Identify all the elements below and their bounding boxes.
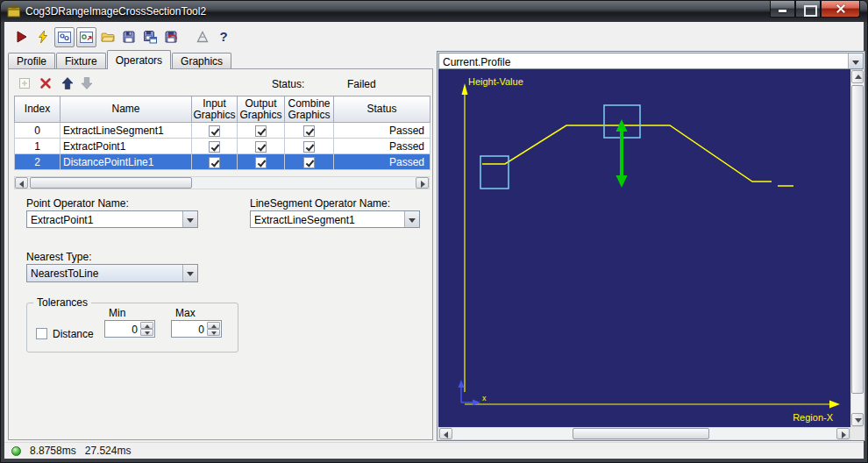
record-selector-combobox[interactable]: Current.Profile <box>438 53 864 69</box>
input-graphics-checkbox[interactable] <box>209 141 220 153</box>
combine-graphics-checkbox[interactable] <box>303 125 315 137</box>
import-image-button[interactable] <box>160 26 181 47</box>
show-last-run-image-button[interactable] <box>76 27 96 47</box>
column-header-status[interactable]: Status <box>334 96 430 123</box>
column-header-name[interactable]: Name <box>60 96 192 123</box>
output-graphics-checkbox[interactable] <box>255 125 267 137</box>
scroll-right-button[interactable] <box>416 177 429 189</box>
cell-output-graphics <box>238 123 285 139</box>
distance-max-spinner[interactable]: 0 <box>171 320 222 338</box>
scroll-left-button[interactable] <box>439 428 452 439</box>
input-graphics-checkbox[interactable] <box>209 157 220 168</box>
spin-up-icon[interactable] <box>140 322 153 329</box>
chevron-down-icon[interactable] <box>404 211 419 227</box>
delete-operator-button[interactable] <box>37 75 54 92</box>
import-image-icon <box>164 30 178 44</box>
combine-graphics-checkbox[interactable] <box>303 141 315 153</box>
chevron-down-icon[interactable] <box>182 265 197 281</box>
tab-graphics[interactable]: Graphics <box>172 53 231 69</box>
column-header-output-graphics[interactable]: Output Graphics <box>238 96 285 123</box>
distance-min-spinner[interactable]: 0 <box>104 320 155 338</box>
column-header-index[interactable]: Index <box>15 96 60 123</box>
maximize-button[interactable] <box>795 1 821 18</box>
origin-label: x <box>482 394 487 402</box>
total-time: 27.524ms <box>85 445 132 457</box>
distance-checkbox[interactable] <box>36 328 47 339</box>
input-graphics-checkbox[interactable] <box>209 125 220 137</box>
add-operator-button[interactable] <box>16 75 33 92</box>
x-axis-label: Region-X <box>793 412 834 423</box>
table-row[interactable]: 0 ExtractLineSegment1 Passed <box>15 123 430 139</box>
graph-v-scrollbar[interactable] <box>850 69 864 427</box>
tab-operators[interactable]: Operators <box>107 50 171 69</box>
scroll-up-button[interactable] <box>851 70 864 83</box>
show-current-image-icon <box>58 31 71 44</box>
cell-name: ExtractLineSegment1 <box>60 123 192 139</box>
cell-combine-graphics <box>285 154 334 170</box>
point-marker-box[interactable] <box>480 156 509 189</box>
run-button[interactable] <box>11 26 32 47</box>
x-axis-arrow-icon <box>829 401 840 409</box>
cell-input-graphics <box>192 123 238 139</box>
scrollbar-thumb[interactable] <box>30 177 192 189</box>
help-icon: ? <box>217 30 231 44</box>
output-graphics-checkbox[interactable] <box>255 141 267 153</box>
window-title: Cog3DRangeImageCrossSectionTool2 <box>25 5 206 18</box>
cell-name: ExtractPoint1 <box>60 139 192 154</box>
tolerances-title: Tolerances <box>33 296 91 309</box>
scrollbar-thumb[interactable] <box>851 85 864 394</box>
column-header-combine-graphics[interactable]: Combine Graphics <box>285 96 334 123</box>
title-bar: Cog3DRangeImageCrossSectionTool2 <box>1 1 867 22</box>
point-operator-value: ExtractPoint1 <box>31 214 180 226</box>
setup-run-button[interactable] <box>32 26 53 47</box>
measure-button[interactable] <box>192 26 213 47</box>
chevron-down-icon[interactable] <box>182 211 197 227</box>
distance-arrow <box>616 119 628 188</box>
delete-operator-icon <box>39 76 53 90</box>
cell-output-graphics <box>238 154 285 170</box>
spin-up-icon[interactable] <box>207 322 220 329</box>
close-button[interactable] <box>821 1 860 18</box>
graph-h-scrollbar[interactable] <box>438 427 850 440</box>
triangle-up-icon <box>855 75 862 79</box>
svg-text:?: ? <box>219 30 227 44</box>
operators-tab-page: Status: Failed Index Name Input Graphics… <box>8 68 433 440</box>
move-operator-up-button[interactable] <box>59 75 76 92</box>
open-file-icon <box>101 30 115 44</box>
minimize-button[interactable] <box>770 1 795 18</box>
scrollbar-thumb[interactable] <box>573 428 709 439</box>
operators-table: Index Name Input Graphics Output Graphic… <box>14 96 430 170</box>
nearest-type-combobox[interactable]: NearestToLine <box>26 264 198 282</box>
cell-output-graphics <box>238 139 285 154</box>
output-graphics-checkbox[interactable] <box>255 157 267 168</box>
scroll-left-button[interactable] <box>15 177 28 189</box>
scroll-down-button[interactable] <box>851 413 864 426</box>
spin-down-icon[interactable] <box>140 329 153 336</box>
point-operator-combobox[interactable]: ExtractPoint1 <box>26 210 198 228</box>
move-operator-down-button[interactable] <box>78 75 96 92</box>
column-header-input-graphics[interactable]: Input Graphics <box>192 96 238 123</box>
combine-graphics-checkbox[interactable] <box>303 157 315 168</box>
linesegment-operator-combobox[interactable]: ExtractLineSegment1 <box>250 210 420 228</box>
save-image-button[interactable] <box>139 26 160 47</box>
table-row[interactable]: 1 ExtractPoint1 Passed <box>15 139 430 154</box>
show-current-image-button[interactable] <box>54 27 75 47</box>
spin-down-icon[interactable] <box>207 329 220 336</box>
tab-fixture[interactable]: Fixture <box>56 53 106 69</box>
caption-buttons <box>770 1 860 18</box>
help-button[interactable]: ? <box>213 26 234 47</box>
table-h-scrollbar[interactable] <box>14 176 430 189</box>
move-up-icon <box>60 76 75 90</box>
chevron-down-icon[interactable] <box>848 53 863 68</box>
tab-profile[interactable]: Profile <box>8 53 55 69</box>
save-file-button[interactable] <box>118 26 139 47</box>
client-area: ? Profile Fixture Operators Graphics <box>4 22 864 459</box>
table-row[interactable]: 2 DistancePointLine1 Passed <box>15 154 430 170</box>
show-last-run-image-icon <box>80 31 93 44</box>
cell-index: 1 <box>15 139 60 154</box>
profile-graph-canvas[interactable]: Height-Value Region-X x <box>438 69 850 427</box>
tolerances-groupbox: Tolerances Distance Min 0 Max 0 <box>26 303 238 353</box>
scroll-right-button[interactable] <box>836 428 850 439</box>
profile-display-panel: Current.Profile Height-Value Region-X <box>437 51 865 441</box>
open-file-button[interactable] <box>97 26 118 47</box>
